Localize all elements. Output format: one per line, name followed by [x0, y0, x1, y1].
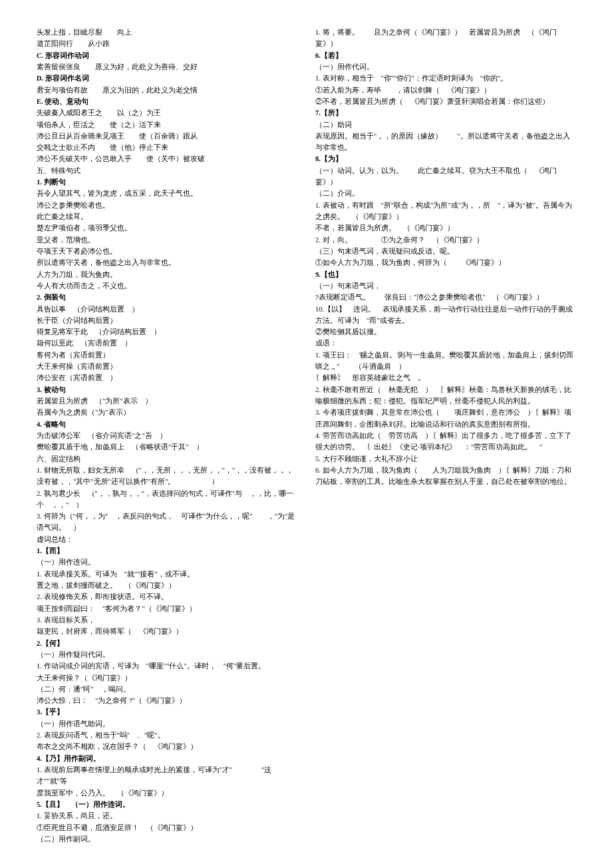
- text-line: （二）介词。: [315, 188, 575, 199]
- text-line: 3. 何辞为（"何，，为" ，表反问的句式， 可译作"为什么，，呢" ，"为"是…: [37, 511, 297, 534]
- text-line: （一）用作连词。: [37, 556, 297, 568]
- text-line: 2. 表现修饰关系，即衔接状语。可不译。: [37, 591, 297, 602]
- text-line: 6.【若】: [315, 50, 575, 61]
- text-line: 度我至军中，公乃入。 （《鸿门宴》）: [37, 787, 297, 799]
- text-line: 7.【所】: [315, 107, 575, 118]
- text-line: 素善留侯张良 原义为好，此处义为善待、交好: [37, 61, 297, 73]
- text-line: 1. 表被动，有时跟 "所"联合，构成"为所"或"为，，所 "，译为"被"。吾属…: [315, 200, 575, 223]
- text-line: 长于臣（介词结构后置）: [37, 315, 297, 326]
- text-line: 此亡秦之续耳。: [37, 211, 297, 222]
- text-line: 吾令人望其气，皆为龙虎，成五采，此天子气也。: [37, 188, 297, 199]
- text-line: 沛公大惊，曰： "为之奈何 ?"（《鸿门宴》）: [37, 695, 297, 706]
- text-line: 2.【何】: [37, 638, 297, 649]
- text-line: 成语：: [315, 337, 575, 349]
- text-line: 1. 表现前后两事在情理上的顺承或时光上的紧接，可译为"才" "这才""就"等: [37, 764, 297, 787]
- text-line: 沛公之参乘樊哙者也。: [37, 200, 297, 211]
- text-line: 3. 今者项庄拔剑舞，其意常在沛公也（ 项庄舞剑，意在沛公 ）〖解释〗项庄席间舞…: [315, 407, 575, 430]
- text-line: E. 使动、意动句: [37, 96, 297, 107]
- text-line: 项伯杀人，臣活之 使（之）活下来: [37, 119, 297, 130]
- text-line: 2. 对，向。 ①为之奈何？ （《鸿门宴》）: [315, 234, 575, 246]
- text-line: 樊哙覆其盾于地，加彘肩上 （省略状语"于其" ）: [37, 441, 297, 453]
- text-line: 所以遣将守关者，备他盗之出入与非常也。: [37, 257, 297, 268]
- text-line: 不者，若属皆且为所虏。 （《鸿门宴》）: [315, 222, 575, 234]
- text-line: （一）用作疑问代词。: [37, 649, 297, 660]
- text-line: ②不者，若属皆且为所虏（ 《鸿门宴》萧亚轩演唱会若属：你们这些）: [315, 96, 575, 107]
- text-line: 交戟之士欲止不内 使（他）停止下来: [37, 142, 297, 153]
- text-line: 1. 妥协关系，尚且，还。: [37, 810, 297, 821]
- text-line: 为击破沛公军 （省介词宾语"之"吾 ）: [37, 430, 297, 441]
- text-line: 1. 表现承接关系。可译为 "就""接着"，或不译。: [37, 568, 297, 580]
- text-line: 沛公安在（宾语前置 ）: [37, 372, 297, 383]
- text-line: 1. 项王曰： '赐之彘肩。'则与一生彘肩。樊哙覆其盾於地，加彘肩上，拔剑切而啖…: [315, 349, 575, 373]
- text-line: 2. 倒装句: [37, 292, 297, 303]
- text-line: 大王来何操？（《鸿门宴》）: [37, 672, 297, 684]
- text-line: （一）用作语气助词。: [37, 718, 297, 730]
- text-line: 1. 判断句: [37, 176, 297, 188]
- text-line: （一）动词。认为，以为。 此亡秦之续耳。窃为大王不取也（ 《鸿门宴》）: [315, 165, 575, 188]
- text-line: 1. 财物无所取，妇女无所幸 （"，，无所，，，无所，，"，"，，没有被，，，没…: [37, 465, 297, 488]
- text-line: 表现原因。相当于"，，的原因（缘故） "。所以遣将守关者，备他盗之出入与非常也。: [315, 130, 575, 154]
- text-line: 3. 被动句: [37, 384, 297, 395]
- text-line: 8.【为】: [315, 153, 575, 164]
- text-line: 3. 表现目标关系，: [37, 614, 297, 626]
- text-line: 2. 孰与君少长 （"，，孰与，，"，表选择问的句式，可译作"与 ，，比，哪一个…: [37, 488, 297, 511]
- text-line: 4. 省略句: [37, 419, 297, 430]
- text-line: （三）句末语气词，表现疑问或反诘。呢。: [315, 246, 575, 257]
- text-line: 人方为刀俎，我为鱼肉。: [37, 269, 297, 280]
- text-line: 10.【以】 连词。 表现承接关系，前一动作行动往往是后一动作行动的手腕或方法。…: [315, 304, 575, 327]
- text-line: 3.【乎】: [37, 706, 297, 718]
- text-line: 虚词总结：: [37, 534, 297, 545]
- text-line: 5.【且】 （一）用作连词。: [37, 799, 297, 810]
- text-line: 五、特殊句式: [37, 165, 297, 176]
- text-line: 籍何以至此 （宾语前置 ）: [37, 337, 297, 349]
- text-line: （一）用作代词。: [315, 61, 575, 73]
- text-line: 1. 表对称，相当于 "你""你们"；作定语时则译为 "你的"。: [315, 73, 575, 84]
- text-line: （二）用作副词。: [37, 833, 297, 845]
- text-line: 客何为者（宾语前置）: [37, 349, 297, 361]
- text-line: 布衣之交尚不相欺，况在国乎？（ 《鸿门宴》）: [37, 741, 297, 752]
- text-line: 9.【也】: [315, 269, 575, 280]
- text-line: ②樊哙侧其盾以撞。: [315, 326, 575, 337]
- text-line: 沛公旦日从百余骑来见项王 使（百余骑）跟从: [37, 130, 297, 142]
- text-line: 夺项王天下者必沛公也。: [37, 246, 297, 257]
- text-line: D. 形容词作名词: [37, 73, 297, 84]
- text-line: 得复见将军于此 （介词结构后置 ）: [37, 326, 297, 337]
- text-line: 吾属今为之虏矣（"为"表示）: [37, 407, 297, 418]
- text-line: 君安与项伯有故 原义为旧的，此处义为老交情: [37, 85, 297, 96]
- text-line: 置之地，拔剑撞而破之。 （《鸿门宴》）: [37, 580, 297, 591]
- text-line: 先破秦入咸阳者王之 以（之）为王: [37, 107, 297, 118]
- text-line: 道芷阳间行 从小路: [37, 38, 297, 49]
- text-line: ①若入前为寿，寿毕 ，请以剑舞（ 《鸿门宴》）: [315, 85, 575, 96]
- text-line: ①如今人方为刀俎，我为鱼肉，何辞为（ 《鸿门宴》）: [315, 257, 575, 268]
- text-line: 1. 作动词或介词的宾语，可译为 "哪里""什么"。译时， "何"要后置。: [37, 660, 297, 672]
- text-line: 1. 将，将要。 且为之奈何（《鸿门宴》） 若属皆且为所虏 （《鸿门宴》）: [315, 27, 575, 50]
- text-line: ①臣死世且不避，卮酒安足辞！ （《鸿门宴》）: [37, 822, 297, 833]
- right-column: 1. 将，将要。 且为之奈何（《鸿门宴》） 若属皆且为所虏 （《鸿门宴》）6.【…: [315, 27, 575, 841]
- left-column: 头发上指，目眦尽裂 向上道芷阳间行 从小路C. 形容词作动词素善留侯张良 原义为…: [37, 27, 297, 841]
- text-line: 若属皆且为所虏 （"为所"表示 ）: [37, 395, 297, 407]
- text-line: （二）何：通"呵" ，喝问。: [37, 684, 297, 695]
- text-line: 六、固定结构: [37, 453, 297, 465]
- text-line: （一）句末语气词，: [315, 280, 575, 292]
- text-line: 大王来何操（宾语前置）: [37, 361, 297, 372]
- text-line: 4. 劳苦而功高如此（ 劳苦功高 ）〖解释〗出了很多力，吃了很多苦，立下了很大的…: [315, 430, 575, 453]
- text-line: ?表现断定语气。 张良曰："沛公之参乘樊哙者也" （《鸿门宴》）: [315, 292, 575, 303]
- text-line: 楚左尹项伯者，项羽季父也。: [37, 222, 297, 234]
- text-line: C. 形容词作动词: [37, 50, 297, 61]
- text-line: 〖解释〗 形容英雄豪壮之气 。: [315, 372, 575, 383]
- text-line: 4.【乃】用作副词。: [37, 753, 297, 764]
- text-line: （二）助词: [315, 119, 575, 130]
- text-line: 籍吏民，封府库，而待将军（ 《鸿门宴》）: [37, 626, 297, 637]
- text-line: 6. 如今人方为刀俎，我为鱼肉（ 人为刀俎我为鱼肉 ）〖解释〗刀俎：刀和刀砧板，…: [315, 465, 575, 488]
- text-line: 亚父者，范增也。: [37, 234, 297, 246]
- text-line: 1.【而】: [37, 545, 297, 556]
- text-line: 2. 表现反问语气，相当于"吗" 、"呢"。: [37, 730, 297, 741]
- text-line: 今人有大功而击之，不义也。: [37, 280, 297, 292]
- text-line: 5. 大行不顾细谨，大礼不辞小让: [315, 453, 575, 465]
- text-line: 头发上指，目眦尽裂 向上: [37, 27, 297, 38]
- text-line: 项王按剑而跽曰： "客何为者？"（《鸿门宴》）: [37, 603, 297, 614]
- text-line: 2. 秋毫不敢有所近（ 秋毫无犯 ） 〖解释〗秋毫：鸟兽秋天新换的绒毛，比喻极细…: [315, 384, 575, 407]
- text-line: 具告以事 （介词结构后置 ）: [37, 304, 297, 315]
- text-line: 沛公不先破关中，公岂敢入乎 使（关中）被攻破: [37, 153, 297, 164]
